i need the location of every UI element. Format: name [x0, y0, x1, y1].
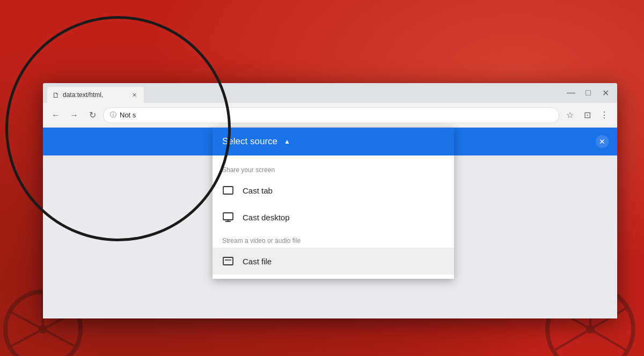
cast-bar-close-button[interactable]: ✕ — [596, 135, 609, 148]
cast-file-icon — [222, 255, 234, 267]
svg-line-11 — [11, 312, 43, 329]
more-button[interactable]: ⋮ — [597, 108, 612, 123]
toolbar-actions: ☆ ⊡ ⋮ — [562, 108, 612, 123]
back-button[interactable]: ← — [48, 108, 63, 123]
tab-close-button[interactable]: ✕ — [130, 91, 138, 99]
cast-desktop-item[interactable]: Cast desktop — [213, 204, 454, 231]
cast-desktop-label: Cast desktop — [243, 213, 290, 222]
maximize-button[interactable]: □ — [583, 87, 594, 98]
toolbar: ← → ↻ ⓘ Not s ☆ ⊡ ⋮ — [43, 103, 617, 128]
svg-line-5 — [590, 329, 627, 351]
security-icon: ⓘ — [110, 110, 116, 120]
section1-label: Share your screen — [213, 160, 454, 177]
dropdown-header: Select source ▲ — [213, 128, 454, 155]
tab-bar: 🗋 data:text/html, ✕ — □ ✕ — [43, 83, 617, 103]
svg-line-12 — [43, 329, 75, 346]
section2-label: Stream a video or audio file — [213, 231, 454, 248]
minimize-button[interactable]: — — [566, 87, 576, 98]
bookmark-button[interactable]: ☆ — [562, 108, 577, 123]
dropdown-arrow-icon: ▲ — [284, 138, 290, 145]
cast-tab-icon — [222, 184, 234, 196]
forward-button[interactable]: → — [67, 108, 82, 123]
address-text: Not s — [120, 111, 136, 119]
reload-button[interactable]: ↻ — [85, 108, 100, 123]
svg-rect-18 — [223, 187, 233, 194]
close-button[interactable]: ✕ — [600, 87, 611, 98]
select-source-dropdown: Select source ▲ Share your screen Cast t… — [213, 128, 454, 279]
svg-rect-19 — [223, 213, 233, 220]
page-content: ✕ Select source ▲ Share your screen Cast… — [43, 128, 617, 318]
cast-button[interactable]: ⊡ — [580, 108, 595, 123]
svg-rect-22 — [223, 257, 233, 265]
address-bar[interactable]: ⓘ Not s — [103, 107, 559, 123]
dropdown-body: Share your screen Cast tab — [213, 155, 454, 279]
svg-line-6 — [554, 329, 590, 351]
browser-window: 🗋 data:text/html, ✕ — □ ✕ ← → ↻ ⓘ Not s … — [43, 83, 617, 318]
tab-title: data:text/html, — [63, 91, 103, 99]
browser-tab[interactable]: 🗋 data:text/html, ✕ — [47, 87, 144, 103]
svg-line-13 — [11, 329, 43, 346]
cast-tab-label: Cast tab — [243, 186, 273, 195]
window-controls: — □ ✕ — [566, 87, 611, 98]
tab-icon: 🗋 — [53, 91, 60, 99]
dropdown-title: Select source — [222, 136, 277, 147]
cast-desktop-icon — [222, 211, 234, 223]
cast-file-item[interactable]: Cast file — [213, 248, 454, 275]
cast-tab-item[interactable]: Cast tab — [213, 177, 454, 204]
cast-file-label: Cast file — [243, 257, 272, 266]
